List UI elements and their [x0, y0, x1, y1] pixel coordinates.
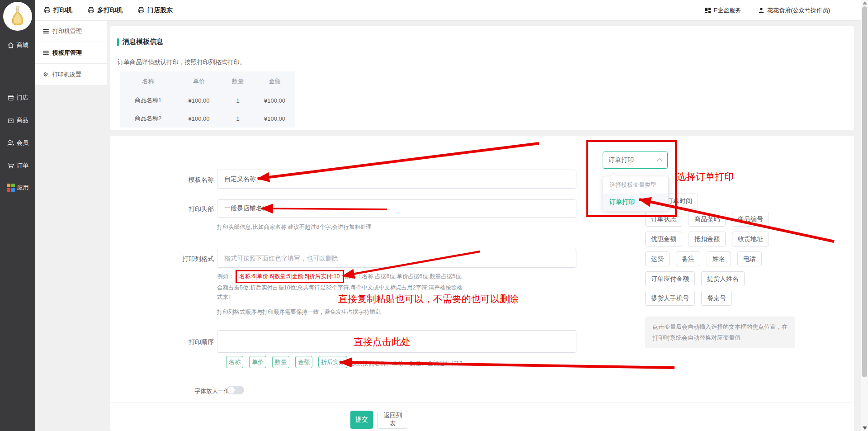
print-order-hint: 不填默认按照名称、单价、数量、金额进行打印 — [339, 360, 462, 368]
print-header-input[interactable] — [217, 199, 576, 218]
order-tag-price[interactable]: 单价 — [249, 356, 266, 368]
sidebar-item-apps[interactable]: 应用 — [0, 182, 35, 193]
grid-icon — [705, 7, 711, 14]
var-tag[interactable]: 运费 — [645, 251, 670, 266]
sidebar-item-label: 应用 — [17, 184, 29, 192]
var-tag[interactable]: 商品编号 — [732, 212, 769, 227]
template-name-label: 模板名称 — [136, 176, 214, 184]
operator-label: 花花食府(公众号操作员) — [767, 6, 830, 14]
scrollbar-thumb[interactable] — [862, 6, 867, 377]
list-icon — [43, 28, 49, 34]
cell: ¥100.00 — [176, 97, 222, 104]
print-columns-label: 打印列格式 — [136, 255, 214, 263]
topnav-item-multi-printer[interactable]: 多打印机 — [88, 6, 123, 14]
scroll-down-arrow[interactable] — [863, 426, 867, 430]
printer-submenu: 打印机管理 模板库管理 ⚙ 打印机设置 — [35, 20, 107, 85]
order-tag-qty[interactable]: 数量 — [272, 356, 289, 368]
operator-menu[interactable]: 花花食府(公众号操作员) — [758, 6, 830, 14]
members-icon — [7, 139, 14, 147]
var-tag[interactable]: 订单应付金额 — [645, 271, 695, 286]
var-tag[interactable]: 抵扣金额 — [689, 232, 726, 246]
var-tag[interactable]: 姓名 — [707, 251, 731, 266]
print-order-label: 打印顺序 — [136, 338, 214, 346]
submenu-item-printer-settings[interactable]: ⚙ 打印机设置 — [35, 64, 107, 85]
cell: ¥100.00 — [176, 115, 222, 122]
cell: ¥100.00 — [254, 97, 295, 104]
cart-icon — [7, 162, 14, 169]
home-icon — [7, 42, 14, 49]
topnav-item-label: 门店股东 — [147, 6, 173, 14]
print-columns-note: 打印列格式顺序与打印顺序需要保持一致，避免发生占据字符错乱 — [217, 308, 381, 316]
cell: 商品名称2 — [120, 114, 176, 123]
var-tag-row-6: 提货人手机号 餐桌号 — [645, 291, 732, 306]
font-double-toggle[interactable] — [227, 386, 244, 394]
sidebar-item-goods[interactable]: 商品 — [0, 115, 35, 126]
page-title: 消息模板信息 — [123, 38, 163, 46]
print-order-tags: 名称 单价 数量 金额 折后实付 — [226, 356, 347, 368]
avatar[interactable] — [3, 2, 32, 31]
sidebar-item-mall[interactable]: 商城 — [0, 40, 35, 51]
page-title-block: 消息模板信息 — [117, 38, 163, 46]
storefront-icon — [7, 94, 14, 101]
table-row: 商品名称1 ¥100.00 1 ¥100.00 — [120, 91, 295, 109]
var-tag[interactable]: 收货地址 — [732, 232, 769, 246]
apps-icon — [7, 184, 15, 192]
page-description: 订单商品详情默认打印，按照打印列格式打印。 — [118, 58, 246, 66]
col-header: 金额 — [254, 77, 295, 85]
preview-table: 名称 单价 数量 金额 商品名称1 ¥100.00 1 ¥100.00 商品名称… — [120, 71, 295, 128]
sidebar-item-label: 门店 — [17, 94, 28, 102]
var-tag[interactable]: 提货人手机号 — [645, 291, 695, 306]
table-row: 商品名称2 ¥100.00 1 ¥100.00 — [120, 109, 295, 128]
order-tag-amount[interactable]: 金额 — [295, 356, 312, 368]
col-header: 数量 — [222, 77, 254, 85]
var-tag-row-5: 订单应付金额 提货人姓名 — [645, 271, 745, 286]
submenu-item-label: 打印机设置 — [52, 71, 81, 79]
toggle-knob — [228, 387, 235, 393]
order-tag-name[interactable]: 名称 — [226, 356, 243, 368]
submenu-item-label: 模板库管理 — [52, 49, 82, 57]
topnav-item-label: 打印机 — [53, 6, 72, 14]
printer-icon — [138, 7, 145, 14]
topnav-item-printer[interactable]: 打印机 — [44, 6, 72, 14]
footer-divider — [110, 403, 854, 403]
scroll-up-arrow[interactable] — [863, 1, 867, 5]
service-menu[interactable]: E企盈服务 — [705, 6, 741, 14]
annotation-select-order-print: 选择订单打印 — [677, 171, 734, 183]
sidebar-item-store[interactable]: 门店 — [0, 92, 35, 103]
var-tag[interactable]: 提货人姓名 — [701, 271, 745, 286]
title-accent-bar — [117, 38, 119, 46]
var-tag[interactable]: 商品条码 — [689, 212, 726, 227]
var-tag-row-4: 运费 备注 姓名 电话 — [645, 251, 762, 266]
print-header-label: 打印头部 — [136, 205, 214, 213]
sidebar-item-members[interactable]: 会员 — [0, 137, 35, 148]
col-header: 单价 — [176, 77, 222, 85]
list-icon — [43, 50, 49, 56]
printer-icon — [44, 7, 51, 14]
submit-button[interactable]: 提交 — [350, 411, 373, 429]
topnav: 打印机 多打印机 门店股东 — [44, 0, 173, 20]
var-tag[interactable]: 餐桌号 — [701, 291, 732, 306]
font-double-label: 字体放大一倍 — [194, 387, 230, 395]
submenu-item-label: 打印机管理 — [52, 27, 82, 35]
topnav-item-store-shareholder[interactable]: 门店股东 — [138, 6, 173, 14]
main-sidebar: 商城 门店 商品 会员 订单 应用 — [0, 0, 35, 431]
topbar-right: E企盈服务 花花食府(公众号操作员) — [705, 0, 830, 20]
topbar: 打印机 多打印机 门店股东 E企盈服务 花花食府(公众号操作员) — [35, 0, 861, 21]
var-tag[interactable]: 备注 — [676, 251, 700, 266]
submenu-item-template-library[interactable]: 模板库管理 — [35, 42, 107, 64]
sidebar-item-orders[interactable]: 订单 — [0, 160, 35, 171]
cell: 1 — [222, 115, 254, 122]
submenu-item-printer-management[interactable]: 打印机管理 — [35, 20, 107, 42]
var-tag-row-3: 优惠金额 抵扣金额 收货地址 — [645, 232, 769, 246]
var-tag[interactable]: 优惠金额 — [645, 232, 682, 246]
gear-icon: ⚙ — [43, 71, 48, 78]
app-root: 商城 门店 商品 会员 订单 应用 打印机 — [0, 0, 868, 431]
print-header-help: 打印头部信息,比如商家名称 建议不超过8个字,会进行加粗处理 — [217, 223, 372, 231]
print-columns-input[interactable] — [217, 249, 576, 268]
cell: 商品名称1 — [120, 96, 176, 104]
back-to-list-button[interactable]: 返回列表 — [377, 411, 408, 429]
template-name-input[interactable] — [217, 170, 576, 189]
var-tag[interactable]: 电话 — [737, 251, 762, 266]
user-icon — [758, 7, 764, 14]
page-scrollbar[interactable] — [861, 0, 868, 431]
